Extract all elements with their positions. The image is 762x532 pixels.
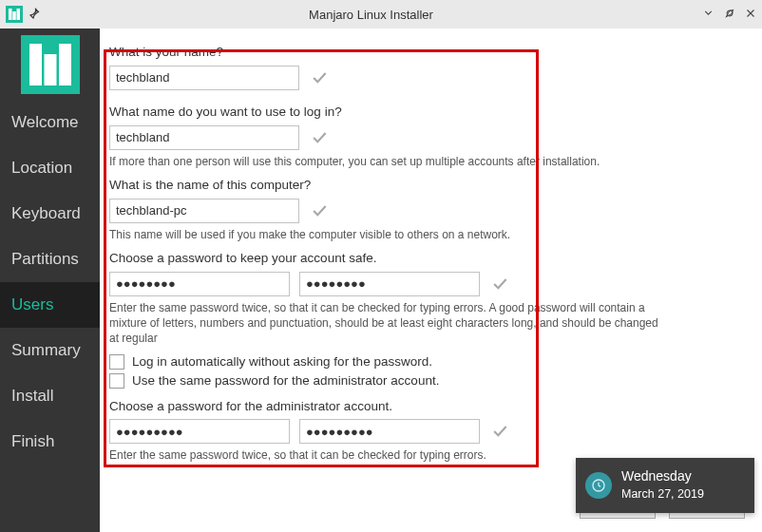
- app-logo: [0, 28, 100, 100]
- check-icon: [489, 421, 510, 442]
- minimize-icon[interactable]: [702, 7, 714, 22]
- clock-day: Wednesday: [621, 467, 704, 486]
- sidebar-item-finish[interactable]: Finish: [0, 419, 100, 465]
- login-hint: If more than one person will use this co…: [109, 154, 737, 169]
- svg-rect-7: [44, 54, 56, 86]
- svg-rect-8: [59, 44, 71, 86]
- same-admin-checkbox[interactable]: [109, 373, 124, 389]
- admin-password-confirm-input[interactable]: [299, 419, 480, 444]
- admin-password-question: Choose a password for the administrator …: [109, 398, 737, 416]
- svg-rect-3: [17, 9, 21, 20]
- check-icon: [309, 200, 330, 221]
- sidebar-item-summary[interactable]: Summary: [0, 328, 100, 373]
- password-hint: Enter the same password twice, so that i…: [109, 300, 670, 347]
- host-hint: This name will be used if you make the c…: [109, 227, 737, 242]
- auto-login-checkbox[interactable]: [109, 354, 124, 370]
- sidebar-item-location[interactable]: Location: [0, 145, 100, 191]
- maximize-icon[interactable]: [724, 8, 735, 22]
- check-icon: [309, 67, 330, 88]
- svg-rect-2: [12, 11, 16, 20]
- password-confirm-input[interactable]: [299, 272, 480, 296]
- clock-widget: Wednesday March 27, 2019: [576, 458, 754, 513]
- content-pane: What is your name? What name do you want…: [100, 28, 762, 532]
- sidebar-item-partitions[interactable]: Partitions: [0, 237, 100, 282]
- password-input[interactable]: [109, 272, 290, 296]
- window-title: Manjaro Linux Installer: [40, 8, 702, 22]
- same-admin-label: Use the same password for the administra…: [132, 373, 439, 388]
- sidebar-item-welcome[interactable]: Welcome: [0, 100, 100, 145]
- auto-login-label: Log in automatically without asking for …: [132, 354, 432, 369]
- name-input[interactable]: [109, 66, 299, 90]
- app-icon: [6, 6, 23, 23]
- host-input[interactable]: [109, 199, 299, 223]
- name-question: What is your name?: [109, 44, 737, 62]
- svg-rect-1: [9, 9, 12, 20]
- sidebar-item-keyboard[interactable]: Keyboard: [0, 191, 100, 237]
- sidebar-item-users[interactable]: Users: [0, 282, 100, 328]
- svg-rect-6: [29, 44, 42, 86]
- login-question: What name do you want to use to log in?: [109, 104, 737, 122]
- sidebar-item-install[interactable]: Install: [0, 373, 100, 419]
- pin-icon[interactable]: [29, 8, 40, 22]
- check-icon: [489, 274, 510, 294]
- host-question: What is the name of this computer?: [109, 177, 737, 195]
- admin-password-input[interactable]: [109, 419, 290, 444]
- sidebar: Welcome Location Keyboard Partitions Use…: [0, 28, 100, 532]
- check-icon: [309, 127, 330, 148]
- password-question: Choose a password to keep your account s…: [109, 250, 737, 268]
- login-input[interactable]: [109, 125, 299, 150]
- titlebar: Manjaro Linux Installer: [0, 0, 762, 28]
- clock-date: March 27, 2019: [621, 486, 704, 504]
- clock-icon: [585, 472, 612, 499]
- close-icon[interactable]: [745, 8, 756, 22]
